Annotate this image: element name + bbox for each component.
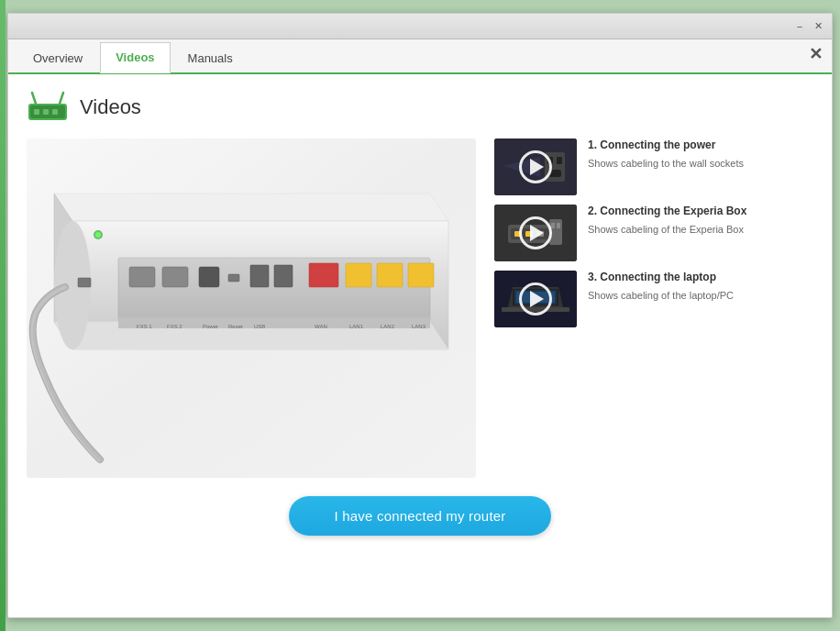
video-info-3: 3. Connecting the laptop Shows cabeling … <box>588 271 813 302</box>
footer-area: I have connected my router <box>27 478 813 545</box>
svg-line-6 <box>60 93 63 104</box>
tab-manuals[interactable]: Manuals <box>172 43 249 72</box>
tab-close-button[interactable]: ✕ <box>809 46 823 62</box>
svg-rect-13 <box>162 267 188 287</box>
tab-overview[interactable]: Overview <box>17 43 98 72</box>
svg-text:LAN3: LAN3 <box>412 324 426 329</box>
video-item-3: 3. Connecting the laptop Shows cabeling … <box>494 271 813 327</box>
svg-text:LAN2: LAN2 <box>381 324 395 329</box>
svg-line-5 <box>32 93 36 104</box>
video-item-2: 2. Connecting the Experia Box Shows cabe… <box>494 205 813 261</box>
play-triangle-2 <box>530 225 544 241</box>
play-button-3[interactable] <box>519 282 552 316</box>
svg-rect-37 <box>557 157 562 164</box>
svg-rect-20 <box>377 263 403 287</box>
tab-videos[interactable]: Videos <box>100 42 170 73</box>
router-image: FXS 1 FXS 2 Power Reset USB WAN LAN1 LAN… <box>27 138 476 478</box>
page-title: Videos <box>80 95 141 119</box>
svg-rect-4 <box>52 109 58 115</box>
svg-rect-19 <box>346 263 371 287</box>
titlebar: − ✕ <box>8 14 832 39</box>
svg-rect-22 <box>78 278 91 287</box>
svg-rect-3 <box>43 109 49 115</box>
svg-text:WAN: WAN <box>315 324 327 329</box>
minimize-button[interactable]: − <box>791 18 808 35</box>
svg-text:FXS 2: FXS 2 <box>167 324 182 329</box>
router-icon <box>27 91 69 124</box>
svg-rect-16 <box>250 265 269 287</box>
svg-rect-2 <box>34 109 39 115</box>
window-close-button[interactable]: ✕ <box>810 18 826 35</box>
svg-rect-12 <box>129 267 155 287</box>
svg-rect-18 <box>309 263 338 287</box>
play-triangle-3 <box>530 291 544 307</box>
page-header: Videos <box>27 91 813 124</box>
main-content: FXS 1 FXS 2 Power Reset USB WAN LAN1 LAN… <box>27 138 813 478</box>
video-item-1: 1. Connecting the power Shows cabeling t… <box>494 138 813 195</box>
svg-text:Power: Power <box>203 324 218 329</box>
video-thumb-1[interactable] <box>494 138 577 195</box>
video-info-1: 1. Connecting the power Shows cabeling t… <box>588 138 813 170</box>
video-info-2: 2. Connecting the Experia Box Shows cabe… <box>588 205 813 236</box>
video-thumb-3[interactable] <box>494 271 577 327</box>
left-accent <box>0 0 6 631</box>
svg-rect-17 <box>274 265 293 287</box>
content-area: Videos <box>8 74 832 617</box>
svg-rect-14 <box>199 267 219 287</box>
svg-text:FXS 1: FXS 1 <box>137 324 152 329</box>
svg-rect-21 <box>408 263 434 287</box>
svg-rect-47 <box>557 223 560 228</box>
play-button-2[interactable] <box>519 216 552 249</box>
video-title-2: 2. Connecting the Experia Box <box>588 205 813 219</box>
videos-list: 1. Connecting the power Shows cabeling t… <box>494 138 813 478</box>
svg-rect-46 <box>551 223 555 228</box>
svg-text:USB: USB <box>254 324 265 329</box>
play-button-1[interactable] <box>519 150 552 183</box>
svg-point-33 <box>95 232 101 238</box>
svg-text:LAN1: LAN1 <box>349 324 364 329</box>
video-desc-3: Shows cabeling of the laptop/PC <box>588 289 813 302</box>
video-title-1: 1. Connecting the power <box>588 138 813 153</box>
video-thumb-2[interactable] <box>494 205 577 261</box>
video-title-3: 3. Connecting the laptop <box>588 271 813 285</box>
tab-bar: Overview Videos Manuals ✕ <box>8 39 832 74</box>
main-window: − ✕ Overview Videos Manuals ✕ <box>7 13 833 618</box>
video-desc-2: Shows cabeling of the Experia Box <box>588 223 813 236</box>
video-desc-1: Shows cabeling to the wall sockets <box>588 157 813 170</box>
svg-text:Reset: Reset <box>228 324 243 329</box>
play-triangle-1 <box>530 159 544 175</box>
svg-rect-15 <box>228 274 239 282</box>
connected-router-button[interactable]: I have connected my router <box>289 496 552 536</box>
